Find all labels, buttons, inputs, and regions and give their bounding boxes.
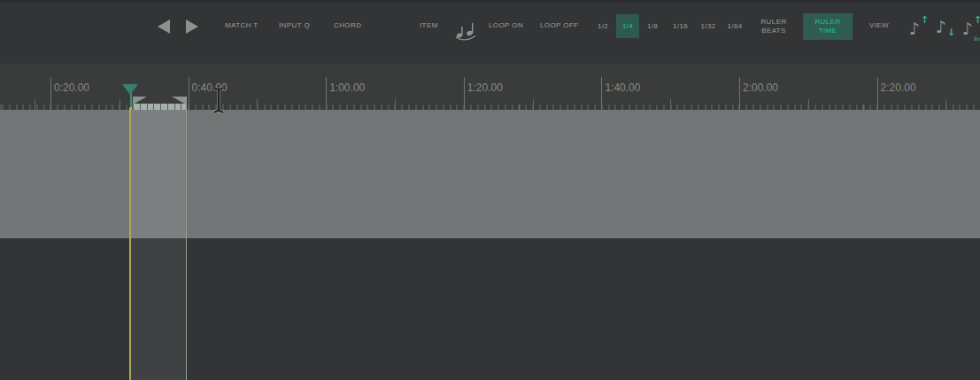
previous-button[interactable] [158, 19, 170, 34]
midi-editor-window: MATCH T INPUT Q CHORD ITEM LOOP ON LOOP … [0, 0, 980, 380]
ruler-time-label: 1:40.00 [605, 81, 640, 94]
ruler-time-label: 1:20.00 [467, 81, 503, 94]
ruler-time-label: 0:20.00 [54, 81, 89, 94]
up-arrow-glyph: ↑ [974, 15, 980, 25]
input-quantize-button[interactable]: INPUT Q [279, 21, 310, 29]
loop-region-strip[interactable] [130, 104, 186, 110]
up-arrow-glyph: ↑ [921, 15, 929, 25]
division-button-1-16[interactable]: 1/16 [666, 14, 695, 38]
ruler-major-tick [326, 77, 327, 110]
ruler-time-line1: RULER [814, 18, 840, 27]
down-arrow-glyph: ↓ [947, 27, 955, 37]
ruler-beats-button[interactable]: RULER BEATS [756, 17, 791, 36]
loop-selection-column [130, 110, 186, 380]
octave-suffix-label: 8va [974, 35, 980, 42]
ruler-time-label: 1:00.00 [329, 81, 365, 94]
ruler-time-label: 2:00.00 [743, 81, 778, 94]
tie-notes-icon[interactable] [452, 19, 479, 43]
ruler-time-label: 2:20.00 [881, 81, 916, 94]
division-button-1-2[interactable]: 1/2 [590, 14, 616, 38]
view-button[interactable]: VIEW [869, 21, 889, 29]
ruler-time-line2: TIME [819, 27, 837, 35]
ruler-major-tick [601, 77, 602, 110]
playhead-stem [130, 93, 132, 107]
ruler-time-button[interactable]: RULER TIME [803, 13, 853, 40]
loop-off-button[interactable]: LOOP OFF [540, 21, 579, 29]
playhead-line[interactable] [129, 107, 131, 380]
match-tempo-button[interactable]: MATCH T [225, 21, 259, 29]
division-button-1-8[interactable]: 1/8 [639, 14, 666, 38]
loop-end-marker[interactable] [172, 97, 186, 105]
toolbar: MATCH T INPUT Q CHORD ITEM LOOP ON LOOP … [0, 3, 980, 64]
loop-on-button[interactable]: LOOP ON [489, 21, 523, 29]
ruler-major-tick [50, 77, 51, 110]
note-pitch-down-icon[interactable]: ♪ ↓ [936, 15, 959, 42]
next-button[interactable] [186, 19, 198, 34]
ruler-major-tick [464, 77, 465, 110]
item-button[interactable]: ITEM [420, 21, 438, 29]
note-pitch-up-icon[interactable]: ♪ ↑ [909, 15, 932, 42]
ruler-beats-line2: BEATS [761, 27, 786, 35]
note-octave-up-icon[interactable]: ♪ ↑ 8va [962, 15, 980, 43]
division-button-1-32[interactable]: 1/32 [695, 14, 721, 38]
loop-end-edge-line[interactable] [186, 97, 187, 380]
ruler-major-tick [739, 77, 740, 110]
division-button-1-64[interactable]: 1/64 [721, 14, 748, 38]
ibeam-mouse-cursor [212, 86, 226, 114]
time-ruler[interactable]: 0:20.000:40.001:00.001:20.001:40.002:00.… [0, 64, 980, 110]
loop-start-marker[interactable] [133, 97, 147, 105]
ruler-beats-line1: RULER [760, 18, 786, 27]
chord-button[interactable]: CHORD [334, 21, 361, 29]
ruler-major-tick [189, 77, 189, 110]
division-button-1-4[interactable]: 1/4 [616, 14, 639, 38]
note-division-group: 1/21/41/81/161/321/64 [590, 14, 748, 38]
ruler-major-tick [877, 77, 878, 110]
